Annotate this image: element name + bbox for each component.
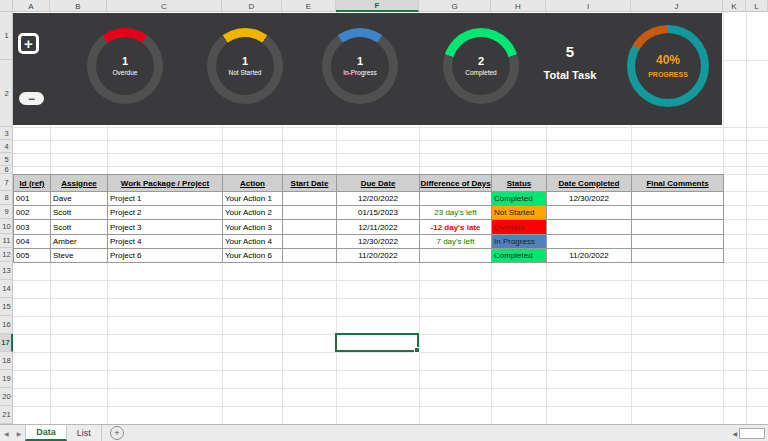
column-header-L[interactable]: L [746,0,768,12]
cell-id[interactable]: 005 [14,249,51,263]
cell-project[interactable]: Project 1 [108,192,223,206]
row-header-2[interactable]: 2 [0,60,13,127]
cell-action[interactable]: Your Action 6 [223,249,283,263]
row-header-15[interactable]: 15 [0,298,13,316]
cell-assignee[interactable]: Dave [51,192,108,206]
cell-due[interactable]: 12/30/2022 [337,235,420,249]
row-header-8[interactable]: 8 [0,191,13,205]
new-sheet-button[interactable]: + [110,426,124,440]
cell-comments[interactable] [632,192,724,206]
cell-id[interactable]: 002 [14,206,51,220]
cell-completed[interactable]: 12/30/2022 [547,192,632,206]
cell-comments[interactable] [632,220,724,235]
cell-diff[interactable]: 7 day's left [420,235,492,249]
cell-assignee[interactable]: Scott [51,220,108,235]
outline-collapse-button[interactable]: − [19,92,44,105]
horizontal-scrollbar[interactable]: ◀ [732,425,768,441]
tab-scroll-right-icon[interactable]: ▶ [13,425,26,441]
row-header-11[interactable]: 11 [0,234,13,248]
cell-comments[interactable] [632,206,724,220]
row-header-18[interactable]: 18 [0,352,13,370]
cell-completed[interactable] [547,220,632,235]
row-header-4[interactable]: 4 [0,140,13,153]
sheet-tab-data[interactable]: Data [25,425,67,441]
cell-comments[interactable] [632,249,724,263]
column-header-E[interactable]: E [282,0,336,12]
cell-start[interactable] [283,206,337,220]
cell-due[interactable]: 11/20/2022 [337,249,420,263]
row-header-20[interactable]: 20 [0,388,13,406]
cell-completed[interactable]: 11/20/2022 [547,249,632,263]
table-header-completed[interactable]: Date Completed [547,175,632,192]
status-cell[interactable]: Completed [492,192,547,206]
column-header-F[interactable]: F [336,0,419,12]
row-header-13[interactable]: 13 [0,262,13,280]
status-cell[interactable]: Completed [492,249,547,263]
table-header-status[interactable]: Status [492,175,547,192]
cell-project[interactable]: Project 3 [108,220,223,235]
row-header-3[interactable]: 3 [0,127,13,140]
cell-action[interactable]: Your Action 4 [223,235,283,249]
cell-diff[interactable]: -12 day's late [420,220,492,235]
table-header-project[interactable]: Work Package / Project [108,175,223,192]
cell-due[interactable]: 12/20/2022 [337,192,420,206]
cell-completed[interactable] [547,235,632,249]
row-header-16[interactable]: 16 [0,316,13,334]
cell-id[interactable]: 003 [14,220,51,235]
row-header-1[interactable]: 1 [0,12,13,60]
cell-id[interactable]: 004 [14,235,51,249]
scrollbar-thumb[interactable] [739,428,765,439]
cell-start[interactable] [283,192,337,206]
column-header-D[interactable]: D [222,0,282,12]
cell-assignee[interactable]: Amber [51,235,108,249]
cell-project[interactable]: Project 6 [108,249,223,263]
cell-assignee[interactable]: Scott [51,206,108,220]
outline-expand-button[interactable]: + [18,33,39,54]
column-header-K[interactable]: K [723,0,746,12]
sheet-tab-list[interactable]: List [67,425,102,441]
cell-diff[interactable] [420,192,492,206]
cell-diff[interactable]: 23 day's left [420,206,492,220]
row-header-14[interactable]: 14 [0,280,13,298]
cell-project[interactable]: Project 2 [108,206,223,220]
row-header-19[interactable]: 19 [0,370,13,388]
row-header-21[interactable]: 21 [0,406,13,424]
table-header-comments[interactable]: Final Comments [632,175,724,192]
cell-start[interactable] [283,249,337,263]
row-header-6[interactable]: 6 [0,166,13,174]
table-header-start[interactable]: Start Date [283,175,337,192]
select-all-corner[interactable] [0,0,13,12]
tab-scroll-left-icon[interactable]: ◀ [0,425,13,441]
scroll-left-icon[interactable]: ◀ [732,430,737,437]
column-header-B[interactable]: B [50,0,107,12]
cell-comments[interactable] [632,235,724,249]
status-cell[interactable]: In Progress [492,235,547,249]
column-header-A[interactable]: A [13,0,50,12]
table-header-due[interactable]: Due Date [337,175,420,192]
status-cell[interactable]: Overdue [492,220,547,235]
column-header-J[interactable]: J [631,0,723,12]
row-header-17[interactable]: 17 [0,334,13,352]
table-header-diff[interactable]: Difference of Days [420,175,492,192]
cell-action[interactable]: Your Action 3 [223,220,283,235]
table-header-id[interactable]: Id (ref) [14,175,51,192]
row-header-10[interactable]: 10 [0,219,13,234]
cell-due[interactable]: 12/11/2022 [337,220,420,235]
selected-cell[interactable] [335,333,419,352]
cell-action[interactable]: Your Action 1 [223,192,283,206]
cell-id[interactable]: 001 [14,192,51,206]
cell-start[interactable] [283,235,337,249]
row-header-7[interactable]: 7 [0,174,13,191]
status-cell[interactable]: Not Started [492,206,547,220]
table-header-action[interactable]: Action [223,175,283,192]
column-header-C[interactable]: C [107,0,222,12]
row-header-9[interactable]: 9 [0,205,13,219]
row-header-12[interactable]: 12 [0,248,13,262]
cell-completed[interactable] [547,206,632,220]
cell-diff[interactable] [420,249,492,263]
cell-due[interactable]: 01/15/2023 [337,206,420,220]
column-header-H[interactable]: H [491,0,546,12]
cell-action[interactable]: Your Action 2 [223,206,283,220]
table-header-assignee[interactable]: Assignee [51,175,108,192]
column-header-G[interactable]: G [419,0,491,12]
